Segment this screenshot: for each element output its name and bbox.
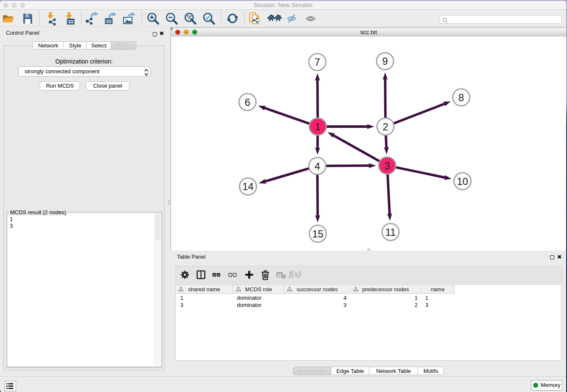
svg-text:1: 1 <box>315 121 320 133</box>
svg-text:6: 6 <box>245 97 250 108</box>
svg-text:7: 7 <box>314 56 320 68</box>
svg-text:11: 11 <box>385 226 396 238</box>
svg-text:15: 15 <box>312 228 324 240</box>
svg-text:3: 3 <box>384 160 390 171</box>
svg-text:14: 14 <box>242 181 254 192</box>
svg-text:8: 8 <box>458 92 464 103</box>
svg-text:9: 9 <box>382 55 388 67</box>
svg-text:2: 2 <box>383 121 388 133</box>
svg-text:10: 10 <box>457 176 468 187</box>
svg-text:4: 4 <box>314 160 320 172</box>
